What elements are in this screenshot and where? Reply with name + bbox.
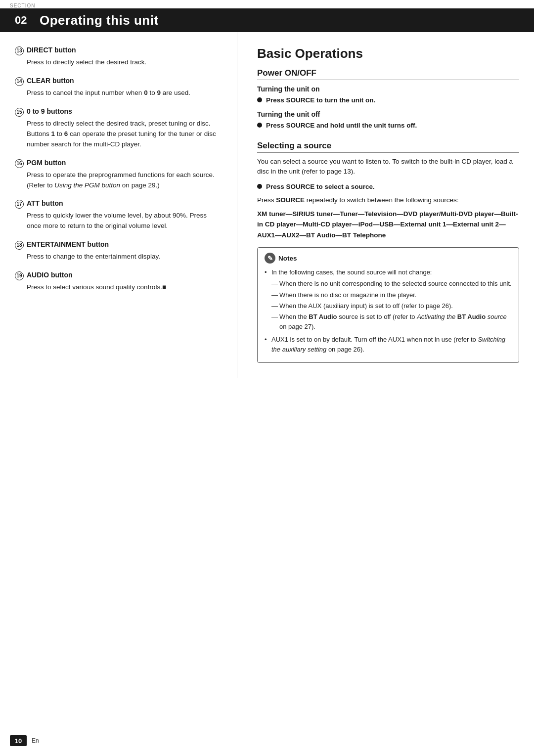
notes-list: In the following cases, the sound source… — [265, 267, 512, 355]
basic-operations-heading: Basic Operations — [257, 46, 519, 61]
item-15-body: Press to directly select the desired tra… — [15, 119, 222, 150]
note-sub-1-1: When there is no unit corresponding to t… — [271, 279, 512, 289]
item-14: 14 CLEAR button Press to cancel the inpu… — [15, 77, 222, 98]
turn-off-bullet: Press SOURCE and hold until the unit tur… — [257, 121, 519, 131]
notes-box: ✎ Notes In the following cases, the soun… — [257, 247, 519, 363]
note-sub-1-2: When there is no disc or magazine in the… — [271, 290, 512, 300]
turn-on-bullet: Press SOURCE to turn the unit on. — [257, 95, 519, 105]
selecting-source-heading: Selecting a source — [257, 141, 519, 153]
item-14-number: 14 — [15, 77, 24, 86]
header-section-number: 02 — [10, 8, 40, 32]
note-item-2: AUX1 is set to on by default. Turn off t… — [265, 335, 512, 355]
item-13-body: Press to directly select the desired tra… — [15, 57, 222, 68]
bullet-dot-turn-on — [257, 97, 262, 102]
item-19-body: Press to select various sound quality co… — [15, 282, 222, 293]
footer: 10 En — [10, 735, 39, 746]
turn-off-text: Press SOURCE and hold until the unit tur… — [266, 121, 519, 131]
item-13-number: 13 — [15, 46, 24, 55]
item-18-number: 18 — [15, 241, 24, 250]
item-17-body: Press to quickly lower the volume level,… — [15, 211, 222, 231]
item-16: 16 PGM button Press to operate the prepr… — [15, 159, 222, 191]
header-title: Operating this unit — [40, 13, 159, 28]
right-column: Basic Operations Power ON/OFF Turning th… — [237, 32, 534, 378]
left-column: 13 DIRECT button Press to directly selec… — [0, 32, 237, 378]
item-13-title: DIRECT button — [27, 46, 76, 54]
notes-icon: ✎ — [265, 253, 275, 264]
item-18-body: Press to change to the entertainment dis… — [15, 252, 222, 262]
source-list: XM tuner—SIRIUS tuner—Tuner—Television—D… — [257, 209, 519, 241]
notes-label: Notes — [278, 255, 297, 262]
turning-off-subheading: Turning the unit off — [257, 110, 519, 118]
item-19-number: 19 — [15, 271, 24, 280]
item-18-title: ENTERTAINMENT button — [27, 240, 109, 248]
item-19-title: AUDIO button — [27, 271, 73, 279]
item-15: 15 0 to 9 buttons Press to directly sele… — [15, 107, 222, 150]
item-17-header: 17 ATT button — [15, 199, 222, 209]
item-14-title: CLEAR button — [27, 77, 74, 85]
source-intro: You can select a source you want to list… — [257, 157, 519, 178]
item-13-header: 13 DIRECT button — [15, 46, 222, 55]
bullet-dot-turn-off — [257, 123, 262, 128]
note-sub-1-3: When the AUX (auxiliary input) is set to… — [271, 301, 512, 311]
item-15-number: 15 — [15, 108, 24, 117]
turning-on-subheading: Turning the unit on — [257, 85, 519, 93]
item-14-body: Press to cancel the input number when 0 … — [15, 88, 222, 98]
press-source-body: Press SOURCE repeatedly to switch betwee… — [257, 195, 519, 206]
note-sub-1-4: When the BT Audio source is set to off (… — [271, 312, 512, 332]
item-14-header: 14 CLEAR button — [15, 77, 222, 86]
footer-lang: En — [32, 737, 39, 744]
item-18-header: 18 ENTERTAINMENT button — [15, 240, 222, 250]
note-sublist-1: When there is no unit corresponding to t… — [271, 279, 512, 332]
item-18: 18 ENTERTAINMENT button Press to change … — [15, 240, 222, 262]
note-item-1: In the following cases, the sound source… — [265, 267, 512, 332]
press-source-label: Press SOURCE to select a source. — [266, 182, 519, 192]
item-15-header: 15 0 to 9 buttons — [15, 107, 222, 117]
item-16-body: Press to operate the preprogrammed funct… — [15, 170, 222, 191]
item-19-header: 19 AUDIO button — [15, 271, 222, 280]
item-16-title: PGM button — [27, 159, 66, 167]
section-label: Section — [0, 0, 534, 8]
header-bar: 02 Operating this unit — [0, 8, 534, 32]
item-15-title: 0 to 9 buttons — [27, 107, 72, 115]
notes-header: ✎ Notes — [265, 253, 512, 264]
page-number: 10 — [10, 735, 27, 746]
power-onoff-heading: Power ON/OFF — [257, 68, 519, 80]
turn-on-text: Press SOURCE to turn the unit on. — [266, 95, 519, 105]
bullet-dot-source — [257, 184, 262, 189]
item-17: 17 ATT button Press to quickly lower the… — [15, 199, 222, 231]
main-content: 13 DIRECT button Press to directly selec… — [0, 32, 534, 378]
item-17-number: 17 — [15, 200, 24, 209]
item-19: 19 AUDIO button Press to select various … — [15, 271, 222, 293]
item-16-header: 16 PGM button — [15, 159, 222, 168]
item-17-title: ATT button — [27, 199, 63, 207]
item-16-number: 16 — [15, 159, 24, 168]
item-13: 13 DIRECT button Press to directly selec… — [15, 46, 222, 68]
press-source-bullet: Press SOURCE to select a source. — [257, 182, 519, 192]
